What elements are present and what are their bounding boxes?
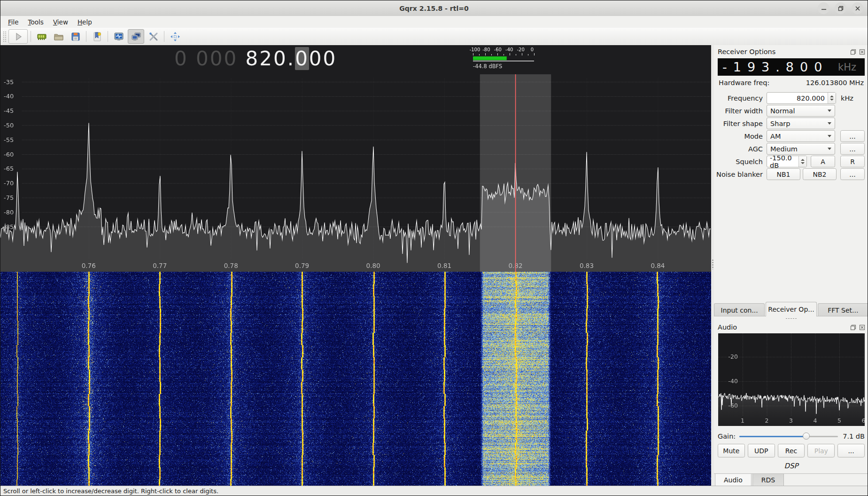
splitter-grip-icon [712, 259, 713, 269]
float-dock-button[interactable] [850, 324, 856, 331]
dsp-settings-button[interactable] [146, 30, 161, 43]
filter-width-row: Filter width Normal [714, 105, 865, 117]
restore-icon [838, 6, 844, 11]
mode-combo[interactable]: AM [767, 130, 835, 142]
save-file-button[interactable] [68, 30, 83, 43]
tools-icon [148, 31, 159, 42]
noise-blanker-options-button[interactable]: ... [840, 168, 865, 180]
gain-row: Gain: 7.1 dB [718, 433, 865, 440]
receiver-options-title: Receiver Options [718, 48, 775, 55]
splitter-grip-icon [785, 318, 798, 319]
tab-fft-settings[interactable]: FFT Set... [818, 303, 868, 316]
frequency-dim-digits[interactable]: 0 000 [174, 47, 238, 70]
close-button[interactable] [852, 2, 863, 14]
filter-width-combo[interactable]: Normal [767, 105, 835, 117]
bookmark-icon [92, 31, 102, 42]
gain-value: 7.1 dB [843, 433, 865, 440]
frequency-label: Frequency [714, 94, 763, 102]
float-dock-button[interactable] [850, 48, 856, 55]
title-bar[interactable]: Gqrx 2.15.8 - rtl=0 [0, 0, 868, 16]
mode-options-button[interactable]: ... [840, 130, 865, 142]
agc-row: AGC Medium ... [714, 143, 865, 155]
spin-arrows[interactable] [798, 156, 806, 167]
filter-shape-label: Filter shape [714, 120, 763, 127]
squelch-value[interactable]: -150.0 dB [767, 156, 798, 167]
menu-help[interactable]: Help [73, 17, 97, 27]
menu-bar: File Tools View Help [0, 16, 868, 28]
squelch-reset-button[interactable]: R [840, 156, 865, 167]
audio-spectrum-plot[interactable] [718, 333, 865, 426]
memory-chip-icon [37, 31, 47, 42]
move-arrows-icon [170, 31, 180, 42]
computers-icon [131, 31, 141, 42]
lcd-unit: kHz [838, 62, 856, 73]
dock-panel: Receiver Options -193.800 kHz Hardware f… [714, 45, 868, 487]
nb1-button[interactable]: NB1 [767, 168, 800, 180]
chevron-down-icon [828, 122, 831, 125]
minimize-button[interactable] [818, 2, 829, 14]
slider-handle[interactable] [803, 433, 810, 440]
mode-value: AM [770, 133, 781, 140]
squelch-spinbox[interactable]: -150.0 dB [767, 156, 807, 167]
nb2-button[interactable]: NB2 [803, 168, 837, 180]
tab-audio[interactable]: Audio [715, 473, 752, 487]
gqrx-window: Gqrx 2.15.8 - rtl=0 File Tools View Help [0, 0, 868, 496]
close-dock-button[interactable] [859, 324, 865, 331]
filter-shape-row: Filter shape Sharp [714, 118, 865, 129]
iq-tool-button[interactable] [111, 30, 126, 43]
close-icon [859, 324, 865, 331]
frequency-trailing-digits[interactable]: 00 [309, 47, 337, 70]
agc-options-button[interactable]: ... [840, 143, 865, 155]
dsp-label: DSP [714, 462, 868, 470]
udp-button[interactable]: UDP [748, 444, 775, 457]
restore-button[interactable] [835, 2, 846, 14]
frequency-digits[interactable]: 0 000 820.000 [174, 47, 337, 71]
frequency-value[interactable]: 820.000 [767, 93, 828, 103]
start-dsp-button[interactable] [8, 29, 28, 44]
waterfall-display[interactable] [0, 272, 711, 487]
agc-value: Medium [770, 145, 798, 153]
mode-row: Mode AM ... [714, 130, 865, 142]
play-button: Play [807, 444, 835, 457]
minimize-icon [821, 6, 827, 11]
filter-shape-combo[interactable]: Sharp [767, 118, 835, 129]
mute-button[interactable]: Mute [718, 444, 745, 457]
menu-tools[interactable]: Tools [23, 17, 48, 27]
frequency-row: Frequency 820.000 kHz [714, 92, 865, 104]
spectrum-plot[interactable] [0, 45, 711, 272]
close-dock-button[interactable] [859, 48, 865, 55]
audio-header: Audio [714, 321, 868, 333]
menu-file[interactable]: File [3, 17, 23, 27]
device-config-button[interactable] [34, 30, 49, 43]
toolbar-drag-handle[interactable] [3, 31, 6, 42]
agc-label: AGC [714, 145, 763, 153]
remote-control-button[interactable] [128, 29, 144, 44]
dock-splitter[interactable] [714, 316, 868, 321]
noise-blanker-row: Noise blanker NB1 NB2 ... [714, 168, 865, 180]
frequency-bright-digits[interactable]: 820. [246, 47, 295, 70]
chevron-down-icon [828, 135, 831, 137]
window-controls [818, 2, 863, 14]
tab-input-controls[interactable]: Input con... [714, 303, 765, 316]
window-title: Gqrx 2.15.8 - rtl=0 [399, 5, 468, 12]
spin-arrows[interactable] [828, 93, 836, 103]
frequency-spinbox[interactable]: 820.000 [767, 92, 836, 104]
menu-view[interactable]: View [48, 17, 73, 27]
audio-options-button[interactable]: ... [837, 444, 865, 457]
gain-slider[interactable] [739, 433, 838, 440]
frequency-unit: kHz [841, 94, 853, 102]
close-icon [859, 49, 865, 55]
tab-receiver-options[interactable]: Receiver Op... [766, 302, 816, 316]
fullscreen-button[interactable] [167, 30, 183, 43]
panel-spacer [714, 180, 868, 302]
agc-combo[interactable]: Medium [767, 143, 835, 155]
bookmarks-button[interactable] [89, 30, 105, 43]
toolbar-separator [108, 31, 108, 42]
open-file-button[interactable] [51, 30, 66, 43]
offset-frequency-lcd[interactable]: -193.800 kHz [718, 58, 865, 76]
rec-button[interactable]: Rec [778, 444, 805, 457]
receiver-form: Frequency 820.000 kHz Filter width Norma… [714, 92, 868, 180]
squelch-auto-button[interactable]: A [811, 156, 835, 167]
frequency-hovered-digit[interactable]: 0 [295, 47, 309, 70]
tab-rds[interactable]: RDS [752, 473, 784, 487]
